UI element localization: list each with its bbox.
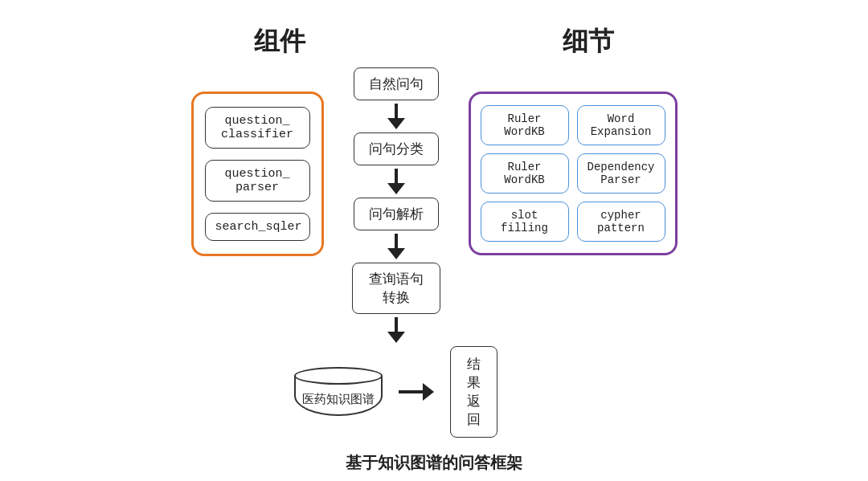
component-search-sqler: search_sqler [205,213,310,241]
details-title: 细节 [563,24,614,59]
detail-ruler-wordkb-1: RulerWordKB [481,105,569,145]
db-shape: 医药知识图谱 [294,367,383,416]
bottom-row: 医药知识图谱 结果返回 [294,346,497,438]
db-top [294,367,383,385]
detail-word-expansion: WordExpansion [577,105,665,145]
diagram-container: 组件 细节 question_classifier question_parse… [48,16,820,466]
components-box: question_classifier question_parser sear… [191,92,324,256]
question-parse-box: 问句解析 [354,198,439,230]
detail-row-1: RulerWordKB WordExpansion [481,105,665,145]
question-classify-box: 问句分类 [354,132,439,165]
footer-title: 基于知识图谱的问答框架 [346,452,522,474]
components-title: 组件 [254,24,305,59]
detail-cypher-pattern: cypherpattern [577,202,665,242]
component-question-classifier: question_classifier [205,107,310,149]
detail-ruler-wordkb-2: RulerWordKB [481,153,569,194]
detail-row-2: RulerWordKB DependencyParser [481,153,665,194]
natural-question-box: 自然问句 [354,67,439,100]
title-row: 组件 细节 [254,24,614,59]
detail-row-3: slotfilling cypherpattern [481,202,665,242]
detail-dependency-parser: DependencyParser [577,153,665,194]
right-arrow [399,383,434,401]
detail-slot-filling: slotfilling [481,202,569,242]
component-question-parser: question_parser [205,160,310,202]
db-label: 医药知识图谱 [302,392,375,407]
query-convert-box: 查询语句转换 [352,263,440,314]
arrow4 [387,317,405,343]
arrow2 [387,169,405,194]
main-flow: question_classifier question_parser sear… [48,67,820,438]
arrow3 [387,234,405,259]
arrow1 [387,104,405,129]
result-box: 结果返回 [450,346,497,438]
center-flow: 自然问句 问句分类 问句解析 查询语句转换 [340,67,452,438]
details-box: RulerWordKB WordExpansion RulerWordKB De… [469,92,678,255]
